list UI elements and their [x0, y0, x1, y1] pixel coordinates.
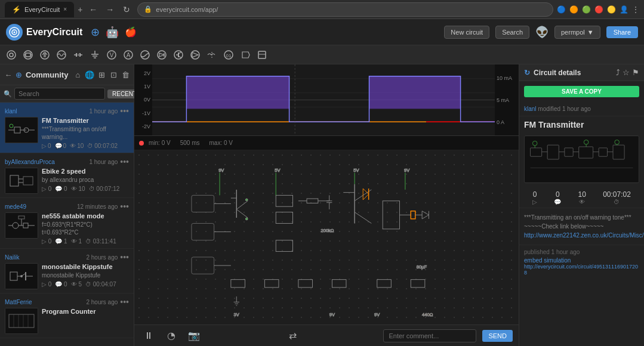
more-btn-3[interactable]: ••• — [120, 202, 129, 211]
tool-battery[interactable] — [70, 47, 86, 63]
tool-ground[interactable] — [87, 47, 103, 63]
comment-input[interactable] — [383, 329, 476, 342]
logo-circle — [6, 24, 23, 41]
circuit-stats-1: ▷ 0 💬 0 👁 10 ⏱ 00:07:02 — [42, 143, 129, 149]
list-item[interactable]: klanl 1 hour ago ••• — [0, 103, 134, 153]
detail-meta: published 1 hour ago embed simulation ht… — [519, 245, 644, 279]
tool-opamp[interactable] — [187, 47, 203, 63]
svg-rect-100 — [276, 212, 292, 224]
left-panel: ← ⊕ Community ⌂ 🌐 ⊞ ⊡ 🗑 🔍 RECENT POPULAR… — [0, 64, 134, 346]
svg-text:A: A — [127, 52, 131, 58]
tool-ammeter[interactable]: A — [121, 47, 136, 63]
circuit-title-1: FM Transmitter — [42, 117, 129, 124]
more-btn-2[interactable]: ••• — [120, 157, 129, 166]
circuit-desc-3: f=0.693*(R1*R2*C) t=0.693*R2*C — [42, 221, 129, 236]
svg-rect-89 — [192, 257, 214, 274]
detail-description: ***Transmitting an on/off warning tone**… — [519, 208, 644, 245]
search-button[interactable]: Search — [495, 26, 529, 39]
tool-inductor[interactable] — [54, 47, 69, 63]
reload-button[interactable]: ↻ — [119, 2, 134, 17]
share-action-button[interactable]: ⤴ — [616, 68, 620, 77]
circuit-info-2: Ebike 2 speed by allexandru proca ▷ 0 💬 … — [42, 168, 129, 194]
swap-button[interactable]: ⇄ — [285, 328, 301, 344]
more-btn-4[interactable]: ••• — [120, 252, 129, 262]
circuit-row-1: FM Transmitter ***Transmitting an on/off… — [5, 117, 129, 149]
scope-area: 2V 1V 0V -1V -2V — [134, 64, 519, 136]
tool-custom[interactable] — [254, 47, 270, 63]
tab-close-btn[interactable]: × — [63, 6, 67, 13]
new-tab-button[interactable]: + — [78, 5, 82, 14]
tool-output[interactable] — [238, 47, 253, 63]
home-nav-button[interactable]: ⌂ — [73, 68, 82, 81]
list-item[interactable]: Nailik 2 hours ago ••• — [0, 249, 134, 294]
tool-resistor[interactable] — [20, 47, 36, 63]
circuit-detail-title: FM Transmitter — [519, 116, 644, 131]
svg-marker-29 — [159, 53, 164, 57]
tool-transformer[interactable] — [204, 47, 220, 63]
extension-icon-1[interactable]: 🔵 — [557, 5, 566, 14]
svg-text:9V: 9V — [374, 312, 380, 317]
camera-button[interactable]: 📷 — [186, 328, 202, 344]
circuit-thumb-5 — [5, 308, 38, 334]
tool-wire[interactable] — [4, 47, 19, 63]
extension-icon-2[interactable]: 🟠 — [569, 5, 578, 14]
comments-icon: 💬 — [554, 199, 561, 205]
detail-stat-views: 10 👁 — [578, 190, 586, 205]
address-bar[interactable]: 🔒 everycircuit.com/app/ — [137, 2, 553, 17]
svg-text:200kΩ: 200kΩ — [321, 228, 334, 233]
profile-icon[interactable]: 👤 — [620, 5, 628, 14]
extension-icon-5[interactable]: 🟡 — [607, 5, 616, 14]
tool-voltage[interactable]: V — [104, 47, 119, 63]
detail-author: klanl modified 1 hour ago — [519, 102, 644, 116]
back-nav-button[interactable]: ← — [4, 68, 13, 81]
extension-icon-3[interactable]: 🟢 — [582, 5, 591, 14]
tool-logic[interactable]: 01 — [221, 47, 236, 63]
flag-action-button[interactable]: ⚑ — [632, 68, 639, 77]
back-button[interactable]: ← — [86, 2, 100, 17]
more-btn-5[interactable]: ••• — [120, 297, 129, 307]
new-circuit-button[interactable]: New circuit — [444, 26, 489, 39]
list-item[interactable]: byAllexandruProca 1 hour ago ••• — [0, 153, 134, 198]
preview-svg — [525, 136, 639, 183]
browser-icons: 🔵 🟠 🟢 🔴 🟡 👤 ⋮ — [557, 5, 639, 14]
tool-capacitor[interactable] — [37, 47, 53, 63]
scope-chart[interactable] — [152, 64, 495, 135]
app-logo: EveryCircuit — [6, 24, 82, 41]
main-layout: ← ⊕ Community ⌂ 🌐 ⊞ ⊡ 🗑 🔍 RECENT POPULAR… — [0, 64, 644, 346]
share-button[interactable]: Share — [606, 26, 638, 38]
bookmark-action-button[interactable]: ☆ — [623, 68, 630, 77]
list-item[interactable]: mede49 12 minutes ago ••• — [0, 198, 134, 249]
search-bar: 🔍 RECENT POPULAR — [0, 85, 134, 103]
bookmark-nav-button[interactable]: ⊡ — [109, 68, 118, 81]
community-icon: ⊕ — [16, 70, 22, 79]
svg-marker-41 — [242, 52, 249, 58]
extension-icon-4[interactable]: 🔴 — [594, 5, 603, 14]
svg-rect-133 — [377, 280, 392, 288]
user-menu-button[interactable]: permpol ▼ — [554, 26, 600, 39]
bottom-bar: ⏸ ◔ 📷 ⇄ SEND — [134, 325, 519, 346]
right-header: ↻ Circuit details ⤴ ☆ ⚑ — [519, 64, 644, 81]
forward-button[interactable]: → — [103, 2, 117, 17]
trash-nav-button[interactable]: 🗑 — [121, 68, 130, 81]
browser-tab-active[interactable]: ⚡ EveryCircuit × — [5, 2, 74, 17]
globe-nav-button[interactable]: 🌐 — [85, 68, 94, 81]
timer-button[interactable]: ◔ — [163, 328, 180, 344]
tool-switch[interactable] — [137, 47, 153, 63]
svg-text:01: 01 — [226, 53, 232, 58]
tool-diode[interactable] — [154, 47, 170, 63]
pause-button[interactable]: ⏸ — [140, 328, 157, 344]
circuit-author-5: MattFerrie 2 hours ago ••• — [5, 297, 129, 307]
send-button[interactable]: SEND — [482, 330, 513, 342]
dropdown-arrow-icon: ▼ — [587, 29, 594, 36]
list-item[interactable]: MattFerrie 2 hours ago ••• — [0, 294, 134, 338]
published-info: published 1 hour ago — [524, 249, 639, 255]
more-btn-1[interactable]: ••• — [120, 106, 129, 116]
search-input[interactable] — [14, 88, 105, 100]
tool-transistor[interactable] — [171, 47, 186, 63]
circuit-canvas[interactable]: 9V 5V 5V 9V — [134, 150, 519, 325]
grid-nav-button[interactable]: ⊞ — [97, 68, 106, 81]
menu-icon[interactable]: ⋮ — [632, 5, 639, 14]
detail-link[interactable]: http://www.zen22142.zen.co.uk/Circuits/M… — [524, 232, 644, 239]
save-copy-button[interactable]: SAVE A COPY — [524, 86, 639, 97]
svg-text:9V: 9V — [218, 168, 224, 173]
